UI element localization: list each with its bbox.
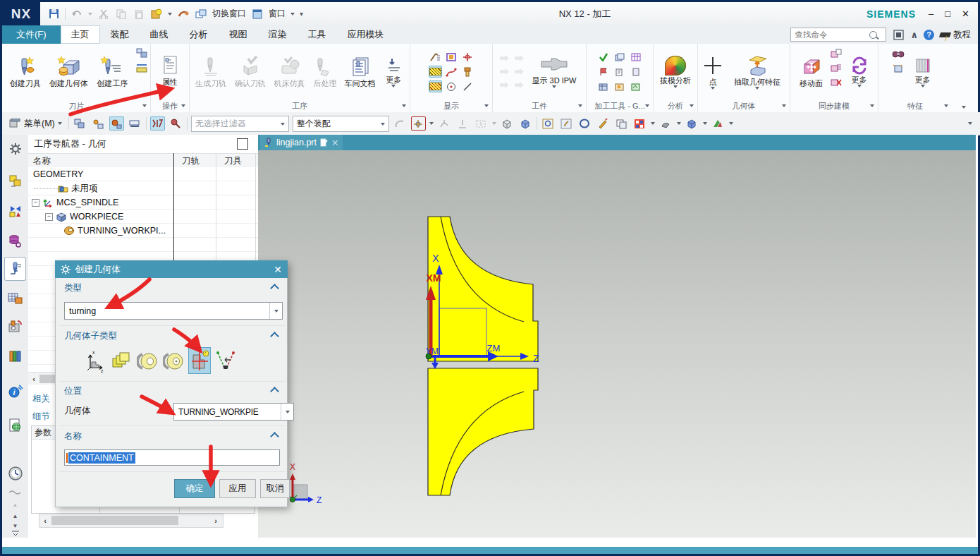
postprocess-button[interactable]: 后处理 <box>310 56 340 87</box>
layer-settings-icon[interactable] <box>632 116 647 131</box>
layer-dropdown-icon[interactable] <box>651 122 655 125</box>
collapse-icon[interactable]: − <box>32 199 39 207</box>
bounded-plane-icon[interactable] <box>474 116 489 131</box>
pane-scroll-up2-icon[interactable]: ▲ <box>5 512 25 520</box>
details-h-scrollbar[interactable]: ‹ › <box>39 514 223 528</box>
extract-geometry-button[interactable]: 抽取几何特征 <box>727 54 788 90</box>
tool-display-icon[interactable] <box>461 66 474 78</box>
mt-doc2-icon[interactable] <box>630 66 643 78</box>
part-tab[interactable]: lingjian.prt ✕ <box>260 135 343 150</box>
group-label-insert[interactable]: 刀片 <box>2 99 150 112</box>
web-browser-icon[interactable] <box>5 416 25 435</box>
tab-view[interactable]: 视图 <box>219 25 258 44</box>
pane-scroll-up-icon[interactable]: ▲ <box>5 500 25 509</box>
render-dropdown-icon[interactable] <box>677 122 681 125</box>
group-label-operation[interactable]: 操作 <box>151 99 189 112</box>
synchronous-more-button[interactable]: 更多 <box>845 56 874 87</box>
feature-more-button[interactable]: 更多 <box>907 56 939 87</box>
command-search-box[interactable] <box>790 28 886 42</box>
close-button[interactable]: ✕ <box>962 8 969 19</box>
sync-mini-icon-1[interactable] <box>830 47 843 59</box>
menu-button[interactable]: 菜单(M) <box>6 116 65 131</box>
minimize-button[interactable]: – <box>929 8 933 19</box>
workpiece-mini-icon-2[interactable] <box>513 52 526 64</box>
column-toolpath[interactable]: 刀轨 <box>182 155 200 167</box>
assemblies-icon-3[interactable] <box>109 116 124 131</box>
generate-toolpath-button[interactable]: 生成刀轨 <box>192 56 230 87</box>
history-icon[interactable] <box>5 464 25 483</box>
feature-mini-icon-1[interactable] <box>892 47 905 59</box>
subtype-avoidance-icon[interactable] <box>214 347 237 374</box>
window-cascade-icon[interactable] <box>614 116 629 131</box>
workpiece-mini-icon-3[interactable] <box>498 66 511 78</box>
subtype-mcs-spindle-icon[interactable]: xz <box>84 347 106 374</box>
constraint-navigator-icon[interactable] <box>5 201 25 221</box>
mt-grid-icon[interactable] <box>630 51 643 63</box>
mt-docs-icon[interactable] <box>613 66 627 78</box>
effects-dropdown-icon[interactable] <box>729 122 733 125</box>
general-selection-icon[interactable] <box>393 116 408 131</box>
point-on-surface-icon[interactable] <box>455 116 470 131</box>
minimize-ribbon-icon[interactable]: ∧ <box>910 30 918 40</box>
paste-icon[interactable] <box>133 8 145 20</box>
group-label-process[interactable]: 工序 <box>190 99 410 112</box>
machining-feature-navigator-icon[interactable] <box>5 289 25 308</box>
type-section-label[interactable]: 类型 <box>64 282 82 294</box>
workpiece-mini-icon-1[interactable] <box>498 52 511 64</box>
type-dropdown-arrow[interactable] <box>269 303 282 319</box>
search-input[interactable] <box>793 30 869 40</box>
subtype-turning-workpiece-icon[interactable] <box>136 347 159 374</box>
fit-window-icon[interactable] <box>541 116 556 131</box>
assemblies-icon-2[interactable] <box>91 116 106 131</box>
navigator-pin-button[interactable] <box>237 138 248 150</box>
insert-mini-icon-1[interactable] <box>135 47 148 59</box>
resource-handle[interactable] <box>5 488 25 497</box>
pane-tab-details[interactable]: 细节 <box>32 411 50 423</box>
solid-cube-blue-icon[interactable] <box>518 116 533 131</box>
templates-library-icon[interactable] <box>5 346 25 366</box>
circle-center-icon[interactable] <box>445 80 458 92</box>
machine-tool-navigator-icon[interactable] <box>5 317 25 337</box>
ok-button[interactable]: 确定 <box>174 479 215 498</box>
process-more-button[interactable]: 更多 <box>380 56 408 87</box>
view-orient-icon[interactable] <box>685 116 699 131</box>
show-3d-ipw-button[interactable]: 显示 3D IPW <box>527 56 581 88</box>
solid-cube-gray-icon[interactable] <box>500 116 515 131</box>
point-on-curve-icon[interactable] <box>437 116 452 131</box>
assembly-constraints-icon[interactable] <box>169 116 183 131</box>
column-tool[interactable]: 刀具 <box>224 155 242 167</box>
window-icon[interactable] <box>251 8 264 20</box>
create-geometry-button[interactable]: 创建几何体 <box>48 56 90 87</box>
properties-button[interactable]: 属性 <box>153 54 187 90</box>
operation-navigator-icon[interactable] <box>5 258 25 280</box>
pane-scroll-down-icon[interactable]: ▼ <box>5 521 25 530</box>
tab-tools[interactable]: 工具 <box>298 25 337 44</box>
search-icon[interactable] <box>869 31 877 39</box>
tree-row-turning-workpiece[interactable]: TURNING_WORKPI... <box>28 224 258 238</box>
geometry-dropdown-arrow[interactable] <box>281 404 293 420</box>
show-containment-icon[interactable] <box>429 80 442 92</box>
type-collapse-icon[interactable] <box>270 284 279 293</box>
internet-icon[interactable]: i <box>5 382 25 401</box>
snap-point-icon[interactable] <box>461 51 474 63</box>
scroll-left-icon[interactable]: ‹ <box>39 516 51 525</box>
location-section-label[interactable]: 位置 <box>64 385 82 397</box>
window-menu-label[interactable]: 窗口 <box>269 8 286 20</box>
undo-icon[interactable] <box>71 8 83 20</box>
ribbon-overflow[interactable] <box>952 44 976 112</box>
undo-dropdown-icon[interactable] <box>88 13 92 16</box>
pane-overflow-icon[interactable] <box>5 530 25 537</box>
close-tab-icon[interactable]: ✕ <box>331 138 338 148</box>
collapse-icon[interactable]: − <box>45 213 53 221</box>
toolbar-overflow-icon[interactable] <box>968 122 972 125</box>
cancel-button[interactable]: 取消 <box>260 479 290 498</box>
resource-gear-icon[interactable] <box>5 139 25 159</box>
verify-toolpath-button[interactable]: 确认刀轨 <box>231 56 269 87</box>
create-operation-button[interactable]: 创建工序 <box>91 56 133 87</box>
full-screen-icon[interactable] <box>892 28 905 41</box>
create-tool-button[interactable]: 创建刀具 <box>4 56 47 87</box>
move-face-button[interactable]: 移动面 <box>795 56 828 87</box>
selection-filter-dropdown[interactable]: 无选择过滤器 <box>191 116 289 132</box>
selection-scope-dropdown[interactable]: 整个装配 <box>293 116 389 132</box>
tutorial-button[interactable]: 教程 <box>940 29 971 41</box>
